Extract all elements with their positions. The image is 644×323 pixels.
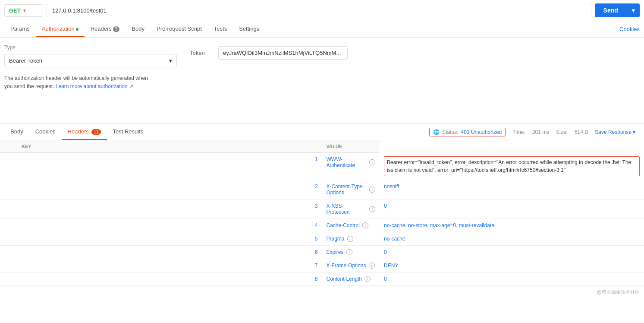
row-number: 6	[0, 245, 322, 259]
table-row: 8Content-Lengthi0	[0, 272, 644, 285]
response-tabs-row: Body Cookies Headers 11 Test Results 🌐 S…	[0, 124, 644, 140]
header-value: nosniff	[380, 180, 644, 199]
request-tabs: Params Authorization Headers7 Body Pre-r…	[0, 21, 644, 38]
table-row: 6Expiresi0	[0, 245, 644, 259]
tab-authorization[interactable]: Authorization	[36, 21, 85, 37]
info-icon[interactable]: i	[369, 187, 375, 193]
headers-scroll-area[interactable]: KEY VALUE 1WWW-AuthenticateiBearer error…	[0, 140, 644, 287]
row-number: 3	[0, 199, 322, 218]
token-label: Token	[190, 46, 211, 56]
url-input[interactable]	[47, 4, 591, 17]
save-response-button[interactable]: Save Response ▾	[595, 129, 635, 135]
time-value: 201 ms	[532, 129, 549, 135]
headers-table: KEY VALUE 1WWW-AuthenticateiBearer error…	[0, 140, 644, 287]
auth-left: Type Bearer Token ▾ The authorization he…	[4, 44, 177, 117]
tab-headers[interactable]: Headers7	[85, 21, 126, 37]
headers-resp-badge: 11	[91, 129, 101, 135]
header-value: 0	[380, 245, 644, 259]
table-row: 9DateiTue, 13 Jun 2023 06:09:50 GMT	[0, 285, 644, 287]
info-icon[interactable]: i	[369, 206, 375, 212]
save-response-chevron: ▾	[633, 129, 635, 135]
header-key: Cache-Controli	[322, 218, 380, 232]
header-value: DENY	[380, 259, 644, 272]
info-icon[interactable]: i	[369, 263, 375, 269]
table-row: 2X-Content-Type-Optionsinosniff	[0, 180, 644, 199]
type-select[interactable]: Bearer Token ▾	[4, 54, 177, 67]
tab-params[interactable]: Params	[4, 21, 36, 37]
table-row: 1WWW-AuthenticateiBearer error="invalid_…	[0, 153, 644, 180]
col-value: VALUE	[322, 140, 380, 153]
watermark: @稀土掘金技术社区	[0, 287, 644, 297]
type-value: Bearer Token	[9, 57, 42, 64]
header-key: WWW-Authenticatei	[322, 153, 380, 180]
table-row: 3X-XSS-Protectioni0	[0, 199, 644, 218]
method-chevron: ▼	[22, 8, 27, 13]
row-number: 2	[0, 180, 322, 199]
table-header-row: KEY VALUE	[0, 140, 644, 153]
header-key: Content-Lengthi	[322, 272, 380, 285]
resp-tab-body[interactable]: Body	[4, 124, 29, 140]
info-icon[interactable]: i	[364, 276, 371, 282]
table-row: 5Pragmaino-cache	[0, 232, 644, 245]
method-select[interactable]: GET ▼	[4, 4, 43, 17]
auth-dot	[76, 28, 79, 31]
headers-badge: 7	[113, 26, 120, 32]
header-value: no-cache, no-store, max-age=0, must-reva…	[380, 218, 644, 232]
header-key: Expiresi	[322, 245, 380, 259]
tab-body[interactable]: Body	[126, 21, 151, 37]
header-key: X-Frame-Optionsi	[322, 259, 380, 272]
token-input[interactable]	[218, 46, 348, 60]
tab-tests[interactable]: Tests	[208, 21, 233, 37]
send-group: Send ▼	[595, 3, 640, 17]
status-value: 401 Unauthorized	[461, 129, 502, 135]
info-icon[interactable]: i	[346, 249, 352, 255]
response-area: Body Cookies Headers 11 Test Results 🌐 S…	[0, 124, 644, 287]
info-icon[interactable]: i	[362, 222, 368, 228]
tab-prerequest[interactable]: Pre-request Script	[151, 21, 208, 37]
status-bar: 🌐 Status: 401 Unauthorized Time: 201 ms …	[425, 128, 640, 136]
auth-panel: Type Bearer Token ▾ The authorization he…	[0, 38, 644, 124]
header-value: 0	[380, 272, 644, 285]
send-button[interactable]: Send	[595, 3, 627, 17]
row-number: 7	[0, 259, 322, 272]
header-key: Datei	[322, 285, 380, 287]
row-number: 5	[0, 232, 322, 245]
auth-info: The authorization header will be automat…	[4, 74, 155, 91]
header-key: Pragmai	[322, 232, 380, 245]
row-number: 1	[0, 153, 322, 180]
resp-tab-headers[interactable]: Headers 11	[62, 124, 107, 140]
header-value: 0	[380, 199, 644, 218]
header-value: Bearer error="invalid_token", error_desc…	[380, 153, 644, 180]
top-bar: GET ▼ Send ▼	[0, 0, 644, 21]
time-label: Time:	[512, 129, 525, 135]
row-number: 8	[0, 272, 322, 285]
table-row: 4Cache-Controlino-cache, no-store, max-a…	[0, 218, 644, 232]
col-key: KEY	[0, 140, 322, 153]
header-value: no-cache	[380, 232, 644, 245]
status-label: Status:	[442, 129, 458, 135]
row-number: 4	[0, 218, 322, 232]
learn-more-link[interactable]: Learn more about authorization ↗	[56, 83, 133, 89]
info-icon[interactable]: i	[369, 159, 375, 165]
send-dropdown-button[interactable]: ▼	[627, 3, 640, 17]
globe-icon: 🌐	[433, 129, 440, 135]
size-value: 514 B	[575, 129, 588, 135]
table-row: 7X-Frame-OptionsiDENY	[0, 259, 644, 272]
cookies-link[interactable]: Cookies	[619, 26, 640, 32]
tab-settings[interactable]: Settings	[233, 21, 265, 37]
size-label: Size:	[556, 129, 568, 135]
status-badge: 🌐 Status: 401 Unauthorized	[429, 128, 506, 136]
resp-tab-cookies[interactable]: Cookies	[29, 124, 62, 140]
row-number: 9	[0, 285, 322, 287]
header-key: X-Content-Type-Optionsi	[322, 180, 380, 199]
info-icon[interactable]: i	[347, 236, 353, 242]
auth-right: Token	[177, 44, 640, 117]
method-label: GET	[9, 7, 21, 14]
header-key: X-XSS-Protectioni	[322, 199, 380, 218]
resp-tab-test-results[interactable]: Test Results	[107, 124, 150, 140]
type-chevron: ▾	[169, 57, 172, 64]
header-value: Tue, 13 Jun 2023 06:09:50 GMT	[380, 285, 644, 287]
type-label: Type	[4, 44, 177, 51]
